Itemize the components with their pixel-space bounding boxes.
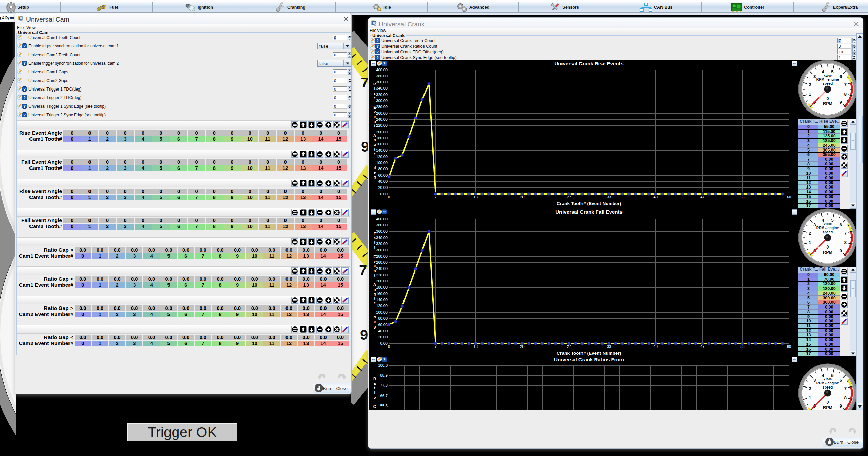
- svg-text:6: 6: [839, 222, 842, 227]
- svg-text:7: 7: [361, 75, 368, 91]
- svg-text:?: ?: [376, 55, 379, 59]
- svg-text:7: 7: [359, 262, 367, 278]
- svg-text:?: ?: [23, 44, 26, 48]
- svg-text:5: 5: [831, 218, 834, 223]
- svg-text:9: 9: [839, 248, 842, 253]
- svg-text:?: ?: [376, 50, 379, 54]
- svg-text:?: ?: [23, 113, 26, 117]
- svg-text:4: 4: [822, 218, 824, 223]
- svg-text:x1000: x1000: [824, 378, 832, 381]
- svg-text:RPM: RPM: [823, 101, 832, 106]
- svg-text:x1000: x1000: [824, 222, 832, 226]
- svg-text:?: ?: [376, 39, 379, 43]
- svg-text:5: 5: [831, 373, 834, 378]
- svg-text:1: 1: [809, 240, 811, 245]
- svg-text:RPM - engine: RPM - engine: [816, 226, 839, 230]
- svg-text:9: 9: [361, 139, 368, 155]
- svg-text:speed: speed: [823, 385, 833, 389]
- svg-text:?: ?: [23, 87, 26, 91]
- svg-text:2: 2: [809, 386, 811, 391]
- svg-text:6: 6: [839, 74, 842, 79]
- svg-text:?: ?: [23, 61, 26, 65]
- svg-text:RPM: RPM: [823, 250, 832, 255]
- svg-text:8: 8: [844, 92, 847, 97]
- svg-text:?: ?: [23, 104, 26, 108]
- svg-text:0: 0: [827, 400, 829, 405]
- svg-text:speed: speed: [823, 81, 833, 85]
- svg-text:3: 3: [813, 222, 816, 227]
- svg-text:8: 8: [844, 240, 847, 245]
- svg-text:2: 2: [809, 231, 811, 236]
- svg-text:5: 5: [831, 69, 834, 74]
- svg-text:9: 9: [839, 100, 842, 105]
- svg-text:x1000: x1000: [824, 74, 832, 77]
- svg-text:RPM - engine: RPM - engine: [816, 77, 839, 81]
- svg-text:2: 2: [809, 82, 811, 87]
- svg-text:3: 3: [813, 378, 816, 383]
- svg-text:RPM: RPM: [823, 405, 832, 410]
- svg-text:?: ?: [23, 96, 26, 100]
- svg-text:9: 9: [839, 403, 842, 409]
- svg-text:8: 8: [844, 395, 847, 400]
- svg-text:speed: speed: [823, 230, 833, 234]
- svg-text:3: 3: [813, 74, 816, 79]
- svg-text:4: 4: [822, 373, 824, 378]
- svg-text:6: 6: [839, 378, 842, 383]
- svg-text:RPM - engine: RPM - engine: [816, 381, 839, 385]
- svg-text:4: 4: [822, 69, 824, 74]
- svg-text:1: 1: [809, 92, 811, 97]
- svg-text:0: 0: [827, 96, 829, 101]
- svg-text:7: 7: [844, 82, 847, 87]
- svg-text:7: 7: [844, 386, 847, 391]
- svg-text:0: 0: [827, 245, 829, 250]
- svg-text:7: 7: [844, 231, 847, 236]
- svg-text:9: 9: [360, 327, 368, 343]
- svg-text:1: 1: [809, 395, 811, 400]
- svg-text:?: ?: [376, 44, 379, 48]
